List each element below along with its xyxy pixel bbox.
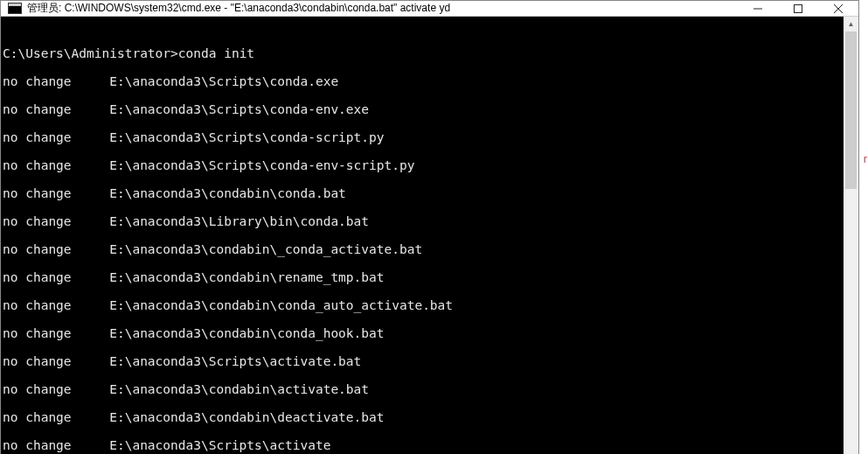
output-line: no change E:\anaconda3\condabin\rename_t…	[3, 270, 844, 284]
cropped-text-fragment: r	[864, 152, 867, 165]
prompt-path: C:\Users\Administrator>	[3, 46, 178, 60]
output-line: no change E:\anaconda3\Scripts\activate	[3, 438, 844, 452]
cmd-window: 管理员: C:\WINDOWS\system32\cmd.exe - "E:\a…	[0, 0, 859, 454]
terminal[interactable]: C:\Users\Administrator>conda init no cha…	[1, 17, 844, 454]
output-line: no change E:\anaconda3\Scripts\conda.exe	[3, 74, 844, 88]
scroll-thumb[interactable]	[845, 31, 857, 189]
close-button[interactable]	[818, 1, 858, 16]
titlebar[interactable]: 管理员: C:\WINDOWS\system32\cmd.exe - "E:\a…	[1, 1, 858, 17]
output-line: no change E:\anaconda3\Scripts\conda-scr…	[3, 130, 844, 144]
output-line: no change E:\anaconda3\condabin\deactiva…	[3, 410, 844, 424]
window-controls	[738, 1, 858, 16]
output-line: no change E:\anaconda3\Scripts\conda-env…	[3, 158, 844, 172]
maximize-button[interactable]	[778, 1, 818, 16]
minimize-button[interactable]	[738, 1, 778, 16]
output-line: no change E:\anaconda3\condabin\conda.ba…	[3, 186, 844, 200]
prompt-command: conda init	[178, 46, 254, 60]
output-line: no change E:\anaconda3\condabin\activate…	[3, 382, 844, 396]
output-line: no change E:\anaconda3\Scripts\activate.…	[3, 354, 844, 368]
cmd-icon	[8, 3, 22, 14]
output-line: no change E:\anaconda3\condabin\conda_au…	[3, 298, 844, 312]
output-line: no change E:\anaconda3\Scripts\conda-env…	[3, 102, 844, 116]
window-title: 管理员: C:\WINDOWS\system32\cmd.exe - "E:\a…	[27, 1, 738, 16]
prompt-line: C:\Users\Administrator>conda init	[3, 46, 844, 60]
output-line: no change E:\anaconda3\condabin\conda_ho…	[3, 326, 844, 340]
terminal-area: C:\Users\Administrator>conda init no cha…	[1, 17, 858, 454]
output-line: no change E:\anaconda3\Library\bin\conda…	[3, 214, 844, 228]
output-line: no change E:\anaconda3\condabin\_conda_a…	[3, 242, 844, 256]
svg-rect-1	[795, 4, 802, 12]
page-background-slice	[859, 0, 868, 454]
scrollbar[interactable]: ▲ ▼	[844, 17, 858, 454]
scroll-up-button[interactable]: ▲	[844, 17, 858, 31]
